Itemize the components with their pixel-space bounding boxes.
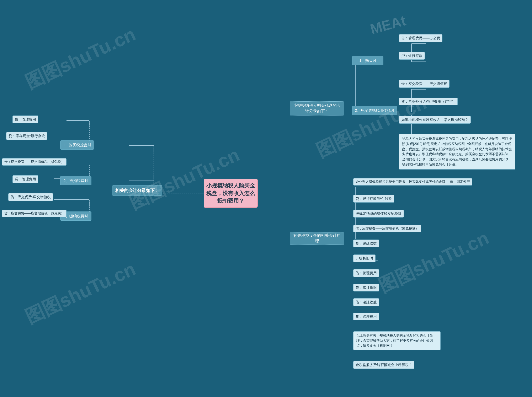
rb-item10: 贷：管理费用: [353, 313, 379, 320]
right-top-sub1-item1: 借：管理费用——办公费: [399, 34, 442, 42]
left-sub1-item1: 借：管理费用: [13, 116, 38, 123]
left-sub1-item2: 贷：库存现金/银行存款: [6, 132, 47, 140]
rb-item3: 按规定抵减的增值税应纳税额: [353, 210, 404, 217]
rb-item6: 计提折旧时: [353, 254, 376, 262]
watermark-5: 图图shuTu.cn: [374, 225, 493, 299]
left-branch-label: 相关的会计分录如下：: [112, 185, 162, 196]
rb-item7: 借：管理费用: [353, 269, 379, 277]
right-top-sub2-item1: 借：应交税费——应交增值税: [399, 80, 450, 88]
left-sub2-label: 2、抵扣税费时: [60, 176, 91, 185]
rb-item5: 贷：递延收益: [353, 240, 379, 247]
right-top-branch-label: 小规模纳税人购买税盘的会计分录如下：: [290, 101, 344, 116]
watermark-1: 图图shuTu.cn: [21, 22, 140, 95]
right-top-sub1-item2: 贷：银行存款: [399, 52, 425, 60]
rb-item9: 借：递延收益: [353, 298, 379, 306]
rb-item-last: 金税盘服务费能否抵减企业所得税？: [353, 361, 414, 369]
mindmap-container: 小规模纳税人购买金税盘，没有收入怎么抵扣费用？ 相关的会计分录如下： 1、购买税…: [0, 0, 532, 397]
left-sub2-item2: 贷：管理费用: [13, 175, 38, 183]
right-top-text-block: 纳税人初次购买金税盘或税控盘的费用，纳税人缴纳的技术维护费，可以按照(财税[20…: [399, 134, 515, 169]
right-top-sub2-item3: 如果小规模公司没有收入，怎么抵扣税额？: [399, 116, 471, 124]
left-sub1-label: 1、购买税控盘时: [60, 140, 94, 149]
left-sub2-item1: 借：应交税费——应交增值税（减免税）: [2, 158, 67, 166]
right-bottom-branch-label: 有关税控设备的相关会计处理: [290, 232, 344, 245]
right-top-sub2-label: 2、凭发票抵扣增值税时: [352, 106, 397, 115]
left-sub3-item1: 借：应交税费-应交增值税: [8, 193, 53, 201]
right-top-sub1-label: 1、购买时: [352, 56, 383, 65]
left-sub3-item2: 贷：应交税费——应交增值税（减免税）: [2, 210, 67, 217]
rb-item4: 借：应交税费——应交增值税（减免税额）: [353, 225, 421, 232]
right-top-sub2-item2: 贷：营业外收入/管理费用（红字）: [399, 98, 458, 105]
connector-lines: [0, 0, 532, 397]
rb-text-block: 以上就是有关小规模纳税人购买金税盘的相关会计处理，希望能够帮助大家，想了解更多有…: [353, 331, 441, 350]
watermark-meat: MEAt: [369, 12, 407, 37]
center-node: 小规模纳税人购买金税盘，没有收入怎么抵扣费用？: [204, 179, 258, 208]
watermark-3: 图图shuTu.cn: [21, 257, 140, 330]
rb-item1: 企业购入增值税税控系统专用设备，按实际支付或应付的金额 借：固定资产: [353, 178, 472, 186]
rb-item8: 贷：累计折旧: [353, 284, 379, 292]
rb-item2: 贷：银行存款/应付账款: [353, 195, 394, 203]
